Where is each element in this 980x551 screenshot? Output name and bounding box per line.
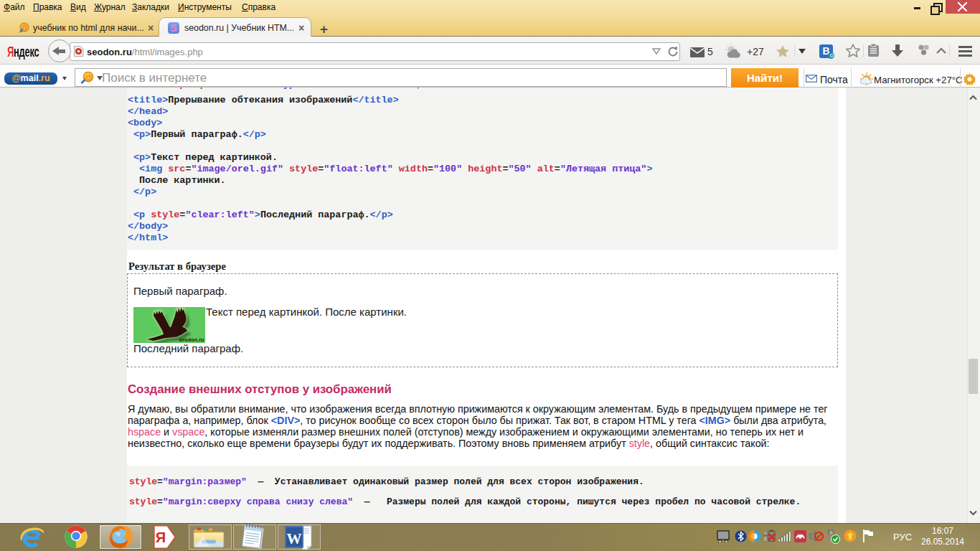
svg-text:@: @	[85, 73, 93, 82]
svg-text:W: W	[287, 530, 302, 547]
svg-text:Я: Я	[156, 529, 166, 545]
